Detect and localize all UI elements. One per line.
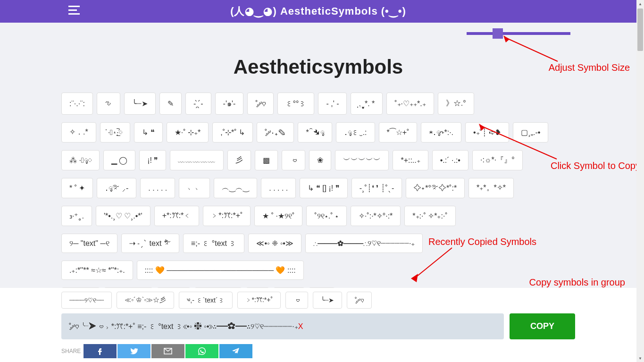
symbol-box[interactable]: ₃·⁺˳. — [61, 206, 92, 226]
symbols-grid: :¨·.·¨:ఌ︎╰┈➤✎- ̗̀ ̖́--'๑'-˚ ༘♡꒰°°꒱- ,' -… — [61, 93, 575, 311]
symbol-box[interactable]: ఌ︎ — [97, 93, 120, 115]
symbol-box[interactable]: .₊:*''** ≈☆≈ *''*:₊. — [61, 261, 133, 280]
recent-symbol-box[interactable]: ˚ ༘♡ — [347, 292, 372, 309]
symbol-box[interactable]: ★.ೃ↷*:·. — [421, 122, 461, 143]
symbol-box[interactable]: +*:ꔫ:*﹤ — [154, 206, 200, 226]
symbol-box[interactable]: ✎ — [159, 93, 182, 115]
symbol-box[interactable]: ﹏﹏﹏﹏﹏ — [170, 150, 224, 170]
symbol-box[interactable]: ˚ ༘♡ — [247, 93, 273, 115]
recent-symbol-box[interactable]: ༄,- ꒰`text´꒱ — [179, 292, 232, 309]
symbol-box[interactable]: ˚ ༘‧₊✎ — [257, 122, 294, 143]
symbol-box[interactable]: 彡 — [227, 150, 251, 170]
symbol-box[interactable]: .ೃ꒰‿.: — [336, 122, 375, 143]
symbol-box[interactable]: -¸˚┊❛ ❜ ┊˚ˎ- — [351, 178, 402, 198]
share-email-button[interactable] — [151, 344, 184, 358]
symbol-box[interactable]: - ,' - — [318, 93, 347, 115]
symbol-box[interactable]: •₊˚┊ ➪❥ — [465, 122, 509, 143]
scrollbar[interactable]: ▲ ▼ — [636, 0, 644, 362]
symbol-box[interactable]: :::: 🧡 ──────────────────── 🧡 :::: — [137, 261, 304, 280]
symbol-box[interactable]: ︵‿︵‿ — [214, 178, 257, 198]
symbol-box[interactable]: ▢¸„.-• — [513, 122, 548, 143]
symbol-box[interactable]: . . . . . — [261, 178, 296, 198]
symbol-box[interactable]: ╰┈➤ — [124, 93, 156, 115]
svg-rect-2 — [68, 13, 80, 15]
share-telegram-button[interactable] — [219, 344, 252, 358]
symbol-box[interactable]: ↳ ❝ — [134, 122, 162, 143]
symbol-box[interactable]: *⁀☆+˚ — [379, 122, 418, 143]
recent-symbol-box[interactable]: ╰┈➤ — [313, 292, 342, 309]
symbol-box[interactable]: ︶︶︶︶︶ — [335, 150, 389, 170]
slider-track[interactable] — [467, 32, 570, 35]
symbol-box[interactable]: ✧˖*°࿐✧*˚:* — [406, 178, 465, 198]
symbol-box[interactable]: ﹥*:ꔫ:*+˚ — [203, 206, 251, 226]
recent-symbol-box[interactable]: ┈┈┈┈୨♡୧┈┈ — [61, 292, 112, 309]
symbol-box[interactable]: ★·˚ ⊹₊* — [167, 122, 209, 143]
symbol-box[interactable]: 》☆.° — [438, 93, 474, 115]
symbol-box[interactable]: ≡;- ꒰ °text ꒱ — [183, 234, 245, 253]
symbol-box[interactable]: *₊*。*✧* — [468, 178, 514, 198]
main-content: Aestheticsymbols :¨·.·¨:ఌ︎╰┈➤✎- ̗̀ ̖́--'… — [0, 23, 636, 311]
symbol-box[interactable]: ꒰°°꒱ — [277, 93, 315, 115]
slider-thumb[interactable] — [493, 28, 503, 39]
scrollbar-up-arrow[interactable]: ▲ — [636, 0, 644, 8]
copy-row: ˚ ༘♡ ╰┈➤ဗ﹥*:ꔫ:*+˚ ≡;- ꒰ °text ꒱≪•◦ ❈ ◦•≫… — [61, 313, 575, 339]
symbol-box[interactable]: '*•.¸♡ ♡¸.•*' — [96, 206, 151, 226]
symbol-box[interactable]: ↳ ❝ [] ¡! ❞ — [300, 178, 347, 198]
size-slider[interactable] — [467, 32, 570, 35]
symbol-box[interactable]: ✧·˚:·*✧°·:* — [351, 206, 401, 226]
copy-text: ˚ ༘♡ ╰┈➤ဗ﹥*:ꔫ:*+˚ ≡;- ꒰ °text ꒱≪•◦ ❈ ◦•≫… — [69, 322, 298, 330]
symbol-box[interactable]: ▩ — [255, 150, 278, 170]
menu-icon[interactable] — [68, 6, 82, 17]
symbol-box[interactable]: ୨─ "text" ─୧ — [61, 234, 117, 253]
symbol-box[interactable]: * ˚ ✦ — [61, 178, 93, 198]
share-row: SHARE — [61, 344, 575, 358]
symbol-box[interactable]: ❀ — [309, 150, 331, 170]
symbol-box[interactable]: ဗ — [282, 150, 305, 170]
symbol-box[interactable]: . . . . . — [140, 178, 175, 198]
recent-symbol-box[interactable]: ဗ — [285, 292, 308, 309]
symbol-box[interactable]: .ೃ࿐ ⸝- — [97, 178, 136, 198]
symbol-box[interactable]: ⁂ ·͙ೃ◌ — [61, 150, 100, 170]
recent-symbol-box[interactable]: ≪◦´♔`◦≫☆彡 — [117, 292, 174, 309]
symbol-box[interactable]: - ̗̀ ̖́- — [185, 93, 211, 115]
share-twitter-button[interactable] — [117, 344, 151, 358]
symbol-box[interactable]: ˚୨୧⋆.˚ ⋆ — [306, 206, 347, 226]
clear-icon[interactable]: X — [298, 322, 303, 330]
share-whatsapp-button[interactable] — [185, 344, 218, 358]
symbol-box[interactable]: ∴━━━✿━━━∴୨♡୧┈┈┈┈┈┈·₊ — [305, 234, 423, 253]
symbol-box[interactable]: ̇·͙˔·ై — [100, 122, 131, 143]
symbol-box[interactable]: ˚₊·♡₊₊*.₊ — [386, 93, 434, 115]
site-title: (人◕‿◕) AestheticSymbols (•‿•) — [230, 4, 406, 18]
symbol-box[interactable]: *₊:·˚ ✧*₊:·˚ — [404, 206, 455, 226]
symbol-box[interactable]: *⁀➷ೃ — [298, 122, 332, 143]
scrollbar-thumb[interactable] — [637, 8, 643, 51]
symbol-box[interactable]: ฺ࣭. ͙*. * — [351, 93, 383, 115]
share-label: SHARE — [61, 348, 81, 354]
svg-rect-0 — [68, 6, 80, 7]
copy-button[interactable]: COPY — [510, 313, 575, 339]
symbol-box[interactable]: ▁ ◯ — [103, 150, 135, 170]
share-facebook-button[interactable] — [84, 344, 117, 358]
symbol-box[interactable]: :¨·.·¨: — [61, 93, 93, 115]
symbol-box[interactable]: ✧．.* — [61, 122, 96, 143]
symbol-box[interactable]: ≪•◦ ❈ ◦•≫ — [248, 234, 301, 253]
page-title: Aestheticsymbols — [61, 56, 575, 78]
bottom-panel: ┈┈┈┈୨♡୧┈┈≪◦´♔`◦≫☆彡༄,- ꒰`text´꒱﹥*:ꔫ:*+˚ဗ╰… — [0, 288, 636, 362]
symbol-box[interactable]: *+::..₊ — [393, 150, 428, 170]
symbol-box[interactable]: ★ ˚ ·★୨୧˚ — [254, 206, 302, 226]
symbol-box[interactable]: ¡! ❞ — [139, 150, 166, 170]
recent-symbol-box[interactable]: ﹥*:ꔫ:*+˚ — [237, 292, 281, 309]
copy-input[interactable]: ˚ ༘♡ ╰┈➤ဗ﹥*:ꔫ:*+˚ ≡;- ꒰ °text ꒱≪•◦ ❈ ◦•≫… — [61, 313, 504, 339]
symbol-box[interactable]: ,˚⊹*˚ ↳ — [212, 122, 253, 143]
recent-row: ┈┈┈┈୨♡୧┈┈≪◦´♔`◦≫☆彡༄,- ꒰`text´꒱﹥*:ꔫ:*+˚ဗ╰… — [61, 292, 575, 309]
svg-rect-1 — [68, 9, 77, 11]
header: (人◕‿◕) AestheticSymbols (•‿•) — [0, 0, 636, 23]
symbol-box[interactable]: ·:☼*·『』° — [472, 150, 523, 170]
symbol-box[interactable]: ﹆﹅ — [179, 178, 210, 198]
symbol-box[interactable]: •.:´ ·.:• — [432, 150, 468, 170]
scrollbar-down-arrow[interactable]: ▼ — [636, 354, 644, 362]
symbol-box[interactable]: ⇢ ˗ˏˋ text ࿐ྂ — [121, 234, 179, 253]
symbol-box[interactable]: -'๑'- — [215, 93, 244, 115]
